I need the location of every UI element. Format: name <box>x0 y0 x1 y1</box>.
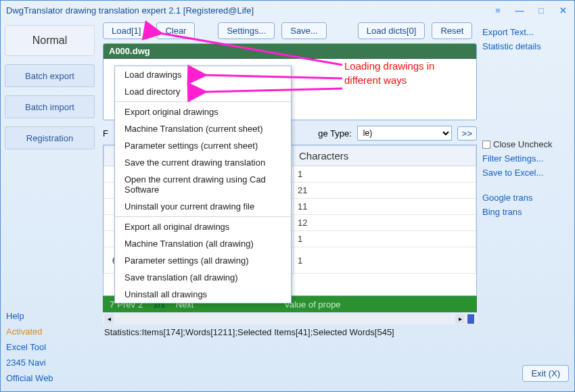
exit-button[interactable]: Exit (X) <box>522 365 569 382</box>
clear-button[interactable]: Clear <box>156 22 195 39</box>
ctx-save-current[interactable]: Save the current drawing translation <box>115 154 291 171</box>
load-button[interactable]: Load[1] <box>103 22 150 39</box>
profile-badge: Normal <box>5 25 95 56</box>
ctx-mt-current[interactable]: Machine Translation (current sheet) <box>115 120 291 137</box>
link-statistic-details[interactable]: Statistic details <box>482 39 569 53</box>
checkbox-icon[interactable] <box>482 141 490 149</box>
ctx-export-original[interactable]: Export original drawings <box>115 103 291 120</box>
minimize-icon[interactable]: — <box>513 5 526 16</box>
close-uncheck-checkbox[interactable]: Close Uncheck <box>482 137 569 151</box>
ctx-save-all[interactable]: Save translation (all drawing) <box>115 269 291 286</box>
ctx-open-cad[interactable]: Open the current drawing using Cad Softw… <box>115 171 291 198</box>
ctx-separator <box>115 101 291 102</box>
sidebar-link-excel-tool[interactable]: Excel Tool <box>5 339 95 355</box>
sidebar: Normal Batch export Batch import Registr… <box>1 20 99 391</box>
save-button[interactable]: Save... <box>281 22 326 39</box>
sidebar-btn-batch-export[interactable]: Batch export <box>5 64 95 87</box>
ctx-params-current[interactable]: Parameter settings (current sheet) <box>115 137 291 154</box>
ctx-export-all[interactable]: Export all original drawings <box>115 218 291 235</box>
window-controls: ≡ — □ ✕ <box>492 5 569 16</box>
ctx-params-all[interactable]: Parameter settings (all drawing) <box>115 252 291 269</box>
sidebar-btn-registration[interactable]: Registration <box>5 126 95 149</box>
link-filter-settings[interactable]: Filter Settings... <box>482 151 569 166</box>
titlebar: DwgTranslator drawing translation expert… <box>1 1 574 20</box>
language-select[interactable]: le) <box>357 126 452 141</box>
link-bing-trans[interactable]: Bing trans <box>482 205 569 219</box>
link-save-excel[interactable]: Save to Excel... <box>482 166 569 180</box>
toolbar: Load[1] Clear Settings... Save... Load d… <box>103 22 477 39</box>
load-dicts-button[interactable]: Load dicts[0] <box>358 22 426 39</box>
close-icon[interactable]: ✕ <box>557 5 569 16</box>
language-label: ge Type: <box>318 128 352 139</box>
horizontal-scrollbar[interactable]: ◂ ▸ <box>103 312 477 324</box>
col-characters[interactable]: Characters <box>294 146 476 166</box>
ctx-load-drawings[interactable]: Load drawings <box>115 66 291 83</box>
sidebar-link-help[interactable]: Help <box>5 308 95 324</box>
link-export-text[interactable]: Export Text... <box>482 25 569 39</box>
context-menu: Load drawings Load directory Export orig… <box>114 66 292 303</box>
pager-mid-text: Value of prope <box>284 299 341 310</box>
annotation-text: Loading drawings in different ways <box>344 59 434 87</box>
scroll-right-icon[interactable]: ▸ <box>455 314 465 324</box>
app-window: DwgTranslator drawing translation expert… <box>0 0 575 392</box>
window-title: DwgTranslator drawing translation expert… <box>6 5 254 16</box>
go-button[interactable]: >> <box>457 126 477 141</box>
scroll-left-icon[interactable]: ◂ <box>104 314 114 324</box>
maximize-icon[interactable]: □ <box>535 5 547 16</box>
sidebar-link-official-web[interactable]: Official Web <box>5 370 95 386</box>
ctx-uninstall-all[interactable]: Uninstall all drawings <box>115 286 291 303</box>
ctx-mt-all[interactable]: Machine Translation (all drawing) <box>115 235 291 252</box>
reset-button[interactable]: Reset <box>432 22 472 39</box>
sidebar-link-2345-navi[interactable]: 2345 Navi <box>5 355 95 370</box>
scroll-thumb[interactable] <box>467 314 474 324</box>
ctx-separator <box>115 216 291 217</box>
ctx-load-directory[interactable]: Load directory <box>115 83 291 100</box>
right-panel: Export Text... Statistic details Close U… <box>481 20 574 391</box>
sidebar-link-activated[interactable]: Activated <box>5 324 95 339</box>
sidebar-btn-batch-import[interactable]: Batch import <box>5 95 95 118</box>
statistics-line: Statistics:Items[174];Words[1211];Select… <box>103 324 477 340</box>
filter-label: F <box>103 128 108 139</box>
settings-button[interactable]: Settings... <box>218 22 275 39</box>
ctx-uninstall-current[interactable]: Uninstall your current drawing file <box>115 198 291 215</box>
link-google-trans[interactable]: Google trans <box>482 191 569 205</box>
menu-icon[interactable]: ≡ <box>492 5 504 16</box>
file-selected[interactable]: A000.dwg <box>104 44 476 59</box>
